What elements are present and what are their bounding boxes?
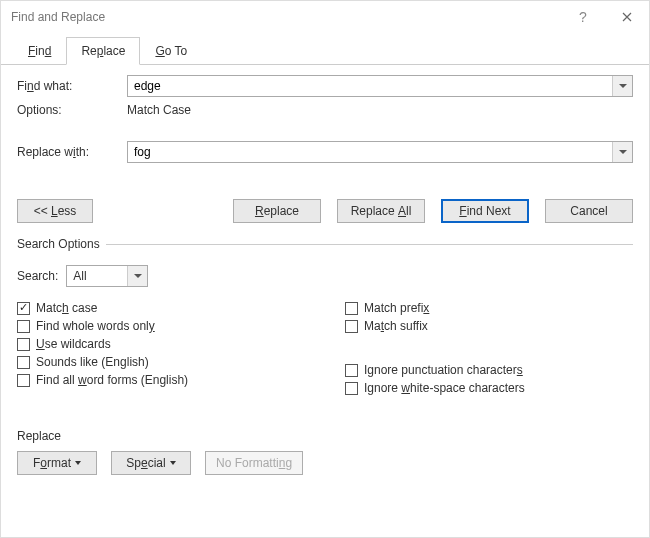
replace-section: Replace Format Special No Formatting [17, 429, 633, 475]
check-match-case[interactable]: Match case [17, 301, 305, 315]
search-scope-dropdown[interactable] [127, 266, 147, 286]
checkbox-icon [17, 338, 30, 351]
search-label: Search: [17, 269, 58, 283]
find-row: Find what: [17, 75, 633, 97]
help-button[interactable]: ? [561, 1, 605, 33]
replace-combo[interactable] [127, 141, 633, 163]
check-ignore-punct[interactable]: Ignore punctuation characters [345, 363, 633, 377]
replace-dropdown[interactable] [612, 142, 632, 162]
replace-button[interactable]: Replace [233, 199, 321, 223]
search-scope-select[interactable]: All [66, 265, 148, 287]
replace-buttons: Format Special No Formatting [17, 451, 633, 475]
caret-down-icon [75, 461, 81, 465]
close-button[interactable] [605, 1, 649, 33]
check-whole-words[interactable]: Find whole words only [17, 319, 305, 333]
checkbox-icon [17, 302, 30, 315]
search-options-legend: Search Options [15, 237, 106, 251]
find-input[interactable] [128, 76, 612, 96]
less-button[interactable]: << Less [17, 199, 93, 223]
tabs: Find Replace Go To [1, 33, 649, 65]
checkbox-icon [17, 356, 30, 369]
check-wildcards[interactable]: Use wildcards [17, 337, 305, 351]
find-dropdown[interactable] [612, 76, 632, 96]
checkbox-icon [345, 364, 358, 377]
options-label: Options: [17, 103, 127, 117]
close-icon [622, 12, 632, 22]
check-sounds-like[interactable]: Sounds like (English) [17, 355, 305, 369]
chevron-down-icon [134, 274, 142, 278]
replace-all-button[interactable]: Replace All [337, 199, 425, 223]
checkbox-icon [345, 382, 358, 395]
check-word-forms[interactable]: Find all word forms (English) [17, 373, 305, 387]
check-ignore-ws[interactable]: Ignore white-space characters [345, 381, 633, 395]
no-formatting-button: No Formatting [205, 451, 303, 475]
chevron-down-icon [619, 150, 627, 154]
checkbox-icon [345, 302, 358, 315]
check-match-prefix[interactable]: Match prefix [345, 301, 633, 315]
cancel-button[interactable]: Cancel [545, 199, 633, 223]
checkbox-icon [17, 374, 30, 387]
find-replace-dialog: Find and Replace ? Find Replace Go To Fi… [0, 0, 650, 538]
search-scope-row: Search: All [17, 265, 633, 287]
find-combo[interactable] [127, 75, 633, 97]
window-title: Find and Replace [11, 10, 561, 24]
search-options-group: Search Options Search: All Match case [17, 237, 633, 475]
checkbox-icon [17, 320, 30, 333]
replace-label: Replace with: [17, 145, 127, 159]
replace-row: Replace with: [17, 141, 633, 163]
replace-heading: Replace [17, 429, 633, 443]
find-next-button[interactable]: Find Next [441, 199, 529, 223]
dialog-body: Find what: Options: Match Case Replace w… [1, 65, 649, 537]
replace-input[interactable] [128, 142, 612, 162]
chevron-down-icon [619, 84, 627, 88]
search-scope-value: All [67, 266, 127, 286]
format-button[interactable]: Format [17, 451, 97, 475]
checkbox-icon [345, 320, 358, 333]
options-value: Match Case [127, 103, 191, 117]
titlebar: Find and Replace ? [1, 1, 649, 33]
checkbox-columns: Match case Find whole words only Use wil… [17, 297, 633, 399]
tab-replace[interactable]: Replace [66, 37, 140, 65]
tab-find[interactable]: Find [13, 37, 66, 65]
button-row: << Less Replace Replace All Find Next Ca… [17, 199, 633, 223]
left-col: Match case Find whole words only Use wil… [17, 297, 305, 399]
find-label: Find what: [17, 79, 127, 93]
caret-down-icon [170, 461, 176, 465]
right-col: Match prefix Match suffix Ignore punctua… [345, 297, 633, 399]
options-row: Options: Match Case [17, 103, 633, 117]
check-match-suffix[interactable]: Match suffix [345, 319, 633, 333]
special-button[interactable]: Special [111, 451, 191, 475]
tab-goto[interactable]: Go To [140, 37, 202, 65]
